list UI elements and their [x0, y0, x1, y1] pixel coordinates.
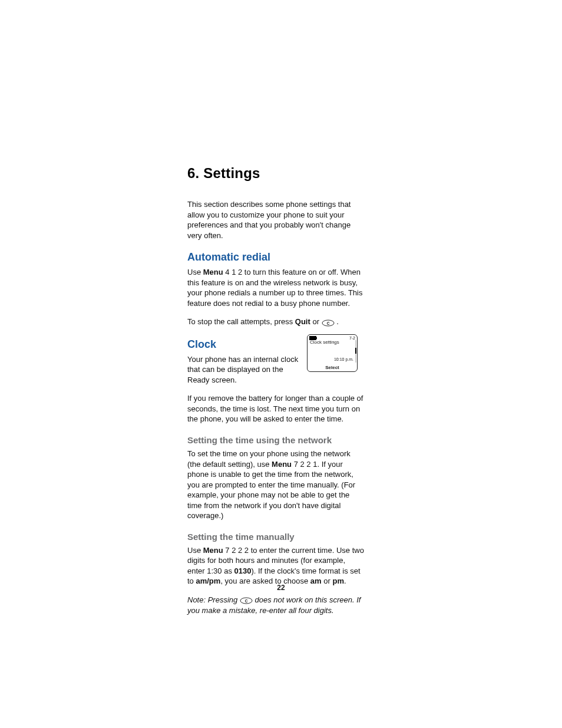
- intro-paragraph: This section describes some phone settin…: [187, 199, 364, 241]
- automatic-redial-heading: Automatic redial: [187, 251, 364, 263]
- text-run: Note: Pressing: [187, 595, 240, 604]
- svg-text:C: C: [326, 321, 329, 325]
- phone-screen-scrollbar: [355, 340, 356, 363]
- text-run: .: [335, 317, 339, 326]
- set-time-network-heading: Setting the time using the network: [187, 435, 364, 445]
- chapter-title: 6. Settings: [187, 165, 364, 182]
- svg-text:C: C: [245, 599, 248, 603]
- battery-icon: [309, 336, 316, 340]
- text-run: Use: [187, 268, 203, 276]
- page-number: 22: [0, 584, 562, 592]
- text-run: To stop the call attempts, press: [187, 317, 295, 326]
- c-key-icon: C: [322, 317, 335, 328]
- phone-screen-time: 10:10 p.m.: [334, 357, 353, 361]
- clock-paragraph-2: If you remove the battery for longer tha…: [187, 393, 364, 424]
- phone-screen-menu-number: 7-2: [349, 336, 355, 340]
- menu-label: Menu: [272, 460, 292, 469]
- set-time-network-paragraph: To set the time on your phone using the …: [187, 449, 364, 521]
- quit-label: Quit: [295, 317, 310, 326]
- clock-paragraph-1: Your phone has an internal clock that ca…: [187, 354, 304, 386]
- text-run: or: [310, 317, 322, 326]
- phone-screen-figure: 7-2 Clock settings 10:10 p.m. Select: [307, 334, 358, 372]
- set-time-manual-note: Note: Pressing C does not work on this s…: [187, 595, 364, 616]
- time-example-0130: 0130: [234, 566, 252, 575]
- set-time-manual-heading: Setting the time manually: [187, 532, 364, 542]
- c-key-icon: C: [240, 595, 253, 606]
- content-column: 6. Settings This section describes some …: [187, 165, 364, 624]
- phone-screen-title: Clock settings: [308, 340, 357, 345]
- menu-label: Menu: [203, 268, 223, 276]
- page: 6. Settings This section describes some …: [0, 0, 562, 728]
- phone-screen-softkey: Select: [308, 365, 357, 370]
- menu-label: Menu: [203, 546, 223, 555]
- redial-paragraph-1: Use Menu 4 1 2 to turn this feature on o…: [187, 267, 364, 308]
- set-time-manual-paragraph: Use Menu 7 2 2 2 to enter the current ti…: [187, 545, 364, 587]
- scrollbar-thumb: [355, 348, 356, 354]
- redial-paragraph-2: To stop the call attempts, press Quit or…: [187, 317, 364, 327]
- text-run: Use: [187, 546, 203, 555]
